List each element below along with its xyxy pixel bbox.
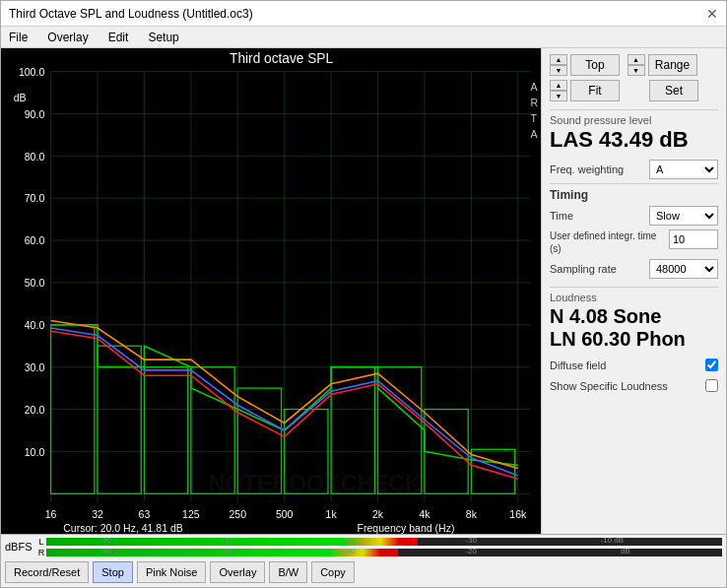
menu-edit[interactable]: Edit (104, 30, 133, 45)
svg-text:2k: 2k (372, 508, 384, 520)
svg-text:90.0: 90.0 (25, 108, 45, 120)
range-up-btn[interactable]: ▲ (628, 54, 645, 65)
sampling-select[interactable]: 44100 48000 96000 (649, 259, 718, 279)
main-window: Third Octave SPL and Loudness (Untitled.… (0, 0, 727, 588)
spl-section: Sound pressure level LAS 43.49 dB (550, 109, 718, 152)
svg-text:8k: 8k (466, 508, 478, 520)
sampling-label: Sampling rate (550, 263, 649, 275)
freq-weight-row: Freq. weighting A B C Z (550, 160, 718, 179)
range-set-group: ▲ ▼ Range Set (626, 54, 698, 101)
R-meter-bar: -80 -60 -40 -20 dB (46, 549, 722, 556)
specific-loudness-row: Show Specific Loudness (550, 379, 718, 392)
time-select[interactable]: Fast Slow Impulse User (649, 206, 718, 226)
menu-overlay[interactable]: Overlay (43, 30, 92, 45)
title-bar: Third Octave SPL and Loudness (Untitled.… (1, 1, 726, 27)
svg-text:63: 63 (139, 508, 151, 520)
timing-title: Timing (550, 188, 718, 202)
sampling-row: Sampling rate 44100 48000 96000 (550, 259, 718, 279)
close-button[interactable]: ✕ (706, 6, 718, 22)
fit-button[interactable]: Fit (570, 80, 620, 101)
diffuse-checkbox[interactable] (705, 359, 718, 371)
specific-loudness-checkbox[interactable] (705, 379, 718, 392)
svg-text:R: R (530, 97, 538, 108)
chart-svg: 100.0 90.0 80.0 70.0 60.0 50.0 40.0 30.0… (1, 48, 541, 534)
main-content: 100.0 90.0 80.0 70.0 60.0 50.0 40.0 30.0… (1, 48, 726, 534)
svg-text:A: A (530, 128, 538, 140)
svg-text:20.0: 20.0 (25, 404, 45, 416)
pink-noise-button[interactable]: Pink Noise (137, 561, 207, 583)
svg-text:A: A (530, 81, 538, 93)
specific-loudness-label: Show Specific Loudness (550, 380, 668, 392)
time-label: Time (550, 210, 649, 222)
bw-button[interactable]: B/W (269, 561, 307, 583)
dBFS-row: dBFS L -90 -70 -50 -30 -10 dB (1, 535, 726, 558)
integr-input[interactable] (669, 229, 718, 249)
buttons-row: Record/Reset Stop Pink Noise Overlay B/W… (1, 558, 726, 586)
freq-weight-select[interactable]: A B C Z (649, 160, 718, 179)
diffuse-row: Diffuse field (550, 359, 718, 371)
loudness-section: Loudness N 4.08 Sone LN 60.30 Phon (550, 287, 718, 351)
loudness-value-line1: N 4.08 Sone (550, 305, 718, 328)
meter-container: L -90 -70 -50 -30 -10 dB R (36, 537, 722, 557)
range-down-btn[interactable]: ▼ (628, 65, 645, 76)
time-row: Time Fast Slow Impulse User (550, 206, 718, 226)
menu-setup[interactable]: Setup (144, 30, 182, 45)
freq-weight-label: Freq. weighting (550, 163, 624, 175)
svg-text:4k: 4k (419, 508, 430, 520)
timing-section: Timing Time Fast Slow Impulse User User … (550, 183, 718, 283)
fit-spinner: ▲ ▼ (550, 80, 567, 101)
svg-text:dB: dB (14, 92, 27, 103)
svg-text:1k: 1k (326, 508, 338, 520)
svg-rect-0 (1, 48, 541, 534)
svg-text:500: 500 (276, 508, 294, 520)
R-channel-label: R (36, 548, 46, 557)
loudness-value-line2: LN 60.30 Phon (550, 328, 718, 351)
svg-text:250: 250 (230, 508, 247, 520)
spl-label: Sound pressure level (550, 114, 718, 126)
spl-value: LAS 43.49 dB (550, 128, 718, 152)
svg-text:16k: 16k (509, 508, 527, 520)
svg-text:T: T (530, 112, 537, 124)
svg-text:30.0: 30.0 (25, 361, 45, 373)
window-title: Third Octave SPL and Loudness (Untitled.… (9, 7, 253, 21)
menu-file[interactable]: File (5, 30, 32, 45)
top-controls: ▲ ▼ Top ▲ ▼ Fit (550, 54, 718, 101)
range-button[interactable]: Range (648, 54, 697, 76)
dBFS-label: dBFS (5, 541, 36, 553)
svg-text:Frequency band (Hz): Frequency band (Hz) (358, 522, 455, 534)
svg-text:40.0: 40.0 (25, 319, 45, 331)
svg-text:100.0: 100.0 (19, 66, 44, 78)
overlay-button[interactable]: Overlay (210, 561, 265, 583)
svg-text:80.0: 80.0 (25, 151, 45, 163)
top-spinner: ▲ ▼ (550, 54, 567, 76)
record-reset-button[interactable]: Record/Reset (5, 561, 89, 583)
diffuse-label: Diffuse field (550, 359, 606, 371)
svg-text:32: 32 (92, 508, 103, 520)
svg-text:Cursor:  20.0 Hz, 41.81 dB: Cursor: 20.0 Hz, 41.81 dB (63, 522, 183, 534)
svg-text:Third octave SPL: Third octave SPL (230, 50, 333, 66)
top-up-btn[interactable]: ▲ (550, 54, 567, 65)
fit-down-btn[interactable]: ▼ (550, 91, 567, 101)
copy-button[interactable]: Copy (311, 561, 355, 583)
loudness-label: Loudness (550, 292, 718, 303)
svg-text:50.0: 50.0 (25, 277, 45, 289)
integr-label: User defined integr. time (s) (550, 229, 669, 255)
L-meter-bar: -90 -70 -50 -30 -10 dB (46, 538, 722, 546)
svg-text:10.0: 10.0 (25, 446, 45, 458)
integr-row: User defined integr. time (s) (550, 229, 718, 255)
svg-text:NOTEBOOKCHECK: NOTEBOOKCHECK (209, 471, 422, 496)
range-spinner: ▲ ▼ (628, 54, 645, 76)
top-down-btn[interactable]: ▼ (550, 65, 567, 76)
top-button[interactable]: Top (570, 54, 620, 76)
svg-text:70.0: 70.0 (25, 192, 45, 204)
svg-text:125: 125 (182, 508, 200, 520)
stop-button[interactable]: Stop (93, 561, 133, 583)
fit-up-btn[interactable]: ▲ (550, 80, 567, 91)
set-button[interactable]: Set (649, 80, 698, 101)
meter-row-R: R -80 -60 -40 -20 dB (36, 548, 722, 557)
top-fit-group: ▲ ▼ Top ▲ ▼ Fit (550, 54, 620, 101)
svg-text:16: 16 (45, 508, 57, 520)
L-channel-label: L (36, 537, 46, 547)
chart-area: 100.0 90.0 80.0 70.0 60.0 50.0 40.0 30.0… (1, 48, 541, 534)
bottom-area: dBFS L -90 -70 -50 -30 -10 dB (1, 534, 726, 587)
